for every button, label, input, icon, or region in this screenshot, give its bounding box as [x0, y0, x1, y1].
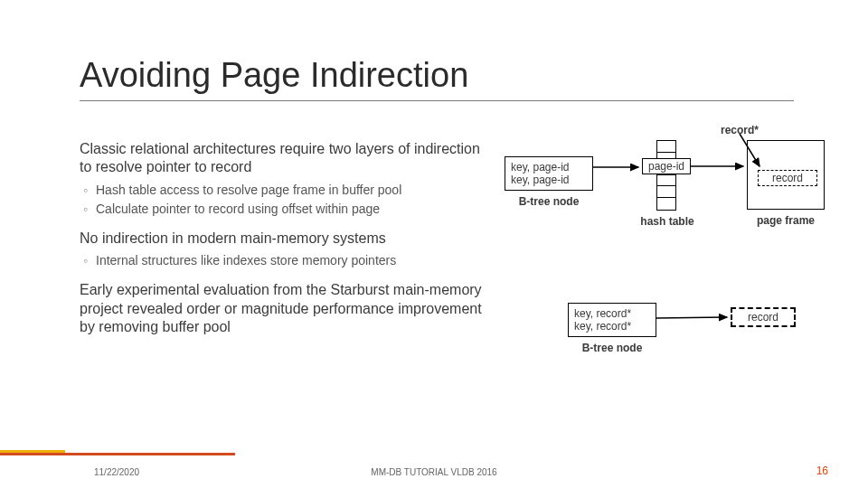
slide-title: Avoiding Page Indirection: [80, 56, 794, 101]
diagram-area: record* key, page-id key, page-id B-tree…: [505, 127, 830, 425]
para-1: Classic relational architectures require…: [80, 140, 486, 177]
para-3: Early experimental evaluation from the S…: [80, 281, 486, 336]
svg-line-2: [740, 134, 760, 166]
para-1-sub-1: Hash table access to resolve page frame …: [96, 183, 486, 199]
footer-source: MM-DB TUTORIAL VLDB 2016: [371, 467, 496, 477]
para-2: No indirection in modern main-memory sys…: [80, 230, 486, 248]
footer-page-number: 16: [816, 465, 828, 477]
svg-line-3: [656, 317, 727, 318]
body-text: Classic relational architectures require…: [80, 140, 486, 343]
footer-accent-line: [0, 450, 868, 455]
para-1-sub-2: Calculate pointer to record using offset…: [96, 202, 486, 218]
para-2-sub-1: Internal structures like indexes store m…: [96, 253, 486, 269]
footer-date: 11/22/2020: [94, 467, 139, 477]
